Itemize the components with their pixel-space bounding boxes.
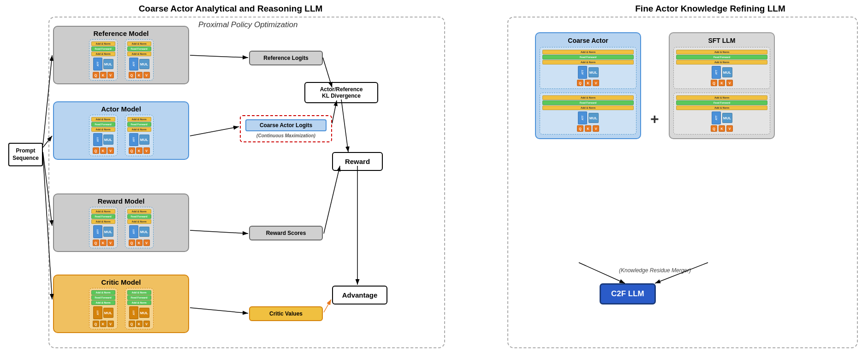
reward-trans-unit-1: Add & Norm Feed Forward Add & Norm ATT M… [89,207,118,248]
continuous-max-label: (Continuous Maximization) [245,133,327,138]
reward-transformer-row: Add & Norm Feed Forward Add & Norm ATT M… [58,207,184,248]
plus-sign: + [650,111,659,128]
att-2: ATT [129,58,138,70]
reference-trans-unit-1: Add & Norm Feed Forward Add & Norm ATT M… [89,39,118,81]
knowledge-residue-label: (Knowledge Residue Merger) [563,267,747,274]
coarse-actor-logits-box: Coarse Actor Logits (Continuous Maximiza… [240,115,332,142]
reference-trans-unit-2: Add & Norm Feed Forward Add & Norm ATT M… [125,39,154,81]
k-2: K [136,72,143,78]
v-2: V [143,72,150,78]
coarse-actor-fine-box: Coarse Actor Add & Norm Feed Forward Add… [535,32,641,139]
actor-model-title: Actor Model [58,105,184,113]
mul-1: MUL [103,59,113,69]
reward-model-block: Reward Model Add & Norm Feed Forward Add… [53,193,189,252]
coarse-actor-stacks: Add & Norm Feed Forward Add & Norm ATT M… [540,47,636,135]
reward-model-title: Reward Model [58,197,184,205]
c2f-llm-box: C2F LLM [600,283,656,304]
page-wrapper: Coarse Actor Analytical and Reasoning LL… [0,0,868,363]
q-2: Q [129,72,135,78]
feed-fwd-2: Feed Forward [127,47,151,51]
mul-2: MUL [139,59,149,69]
critic-trans-unit-2: Add & Norm Feed Forward Add & Norm ATT M… [125,288,154,329]
k-1: K [100,72,107,78]
v-1: V [107,72,114,78]
actor-transformer-row: Add & Norm Feed Forward Add & Norm ATT M… [58,115,184,156]
coarse-fine-stack-1: Add & Norm Feed Forward Add & Norm ATT M… [540,47,636,89]
feed-fwd-1: Feed Forward [91,47,115,51]
critic-model-block: Critic Model Add & Norm Feed Forward Add… [53,275,189,333]
sft-llm-title: SFT LLM [673,37,770,44]
left-section-title: Coarse Actor Analytical and Reasoning LL… [92,4,369,14]
reference-logits-box: Reference Logits [249,51,323,65]
sft-stack-1: Add & Norm Feed Forward Add & Norm ATT M… [673,47,770,89]
actor-trans-unit-2: Add & Norm Feed Forward Add & Norm ATT M… [125,115,154,156]
add-norm-4: Add & Norm [127,52,151,56]
att-1: ATT [93,58,102,70]
reference-transformer-row: Add & Norm Feed Forward Add & Norm ATT M… [58,39,184,81]
reference-model-block: Reference Model Add & Norm Feed Forward … [53,26,189,84]
right-section-title: Fine Actor Knowledge Refining LLM [590,4,830,14]
sft-stack-2: Add & Norm Feed Forward Add & Norm ATT M… [673,93,770,135]
coarse-logits-inner: Coarse Actor Logits (Continuous Maximiza… [245,119,327,138]
critic-transformer-row: Add & Norm Feed Forward Add & Norm ATT M… [58,288,184,329]
add-norm-3: Add & Norm [127,41,151,46]
prompt-sequence-box: Prompt Sequence [8,143,43,166]
add-norm-2: Add & Norm [91,52,115,56]
sft-llm-box: SFT LLM Add & Norm Feed Forward Add & No… [669,32,775,139]
advantage-box: Advantage [332,286,387,304]
critic-model-title: Critic Model [58,278,184,286]
reward-trans-unit-2: Add & Norm Feed Forward Add & Norm ATT M… [125,207,154,248]
critic-trans-unit-1: Add & Norm Feed Forward Add & Norm ATT M… [89,288,118,329]
add-norm-1: Add & Norm [91,41,115,46]
actor-trans-unit-1: Add & Norm Feed Forward Add & Norm ATT M… [89,115,118,156]
coarse-logits-label: Coarse Actor Logits [245,119,327,131]
sft-stacks: Add & Norm Feed Forward Add & Norm ATT M… [673,47,770,135]
coarse-actor-fine-title: Coarse Actor [540,37,636,44]
ppo-label: Proximal Policy Optimization [198,20,297,29]
critic-values-box: Critic Values [249,306,323,321]
reward-box: Reward [332,152,383,171]
reward-scores-box: Reward Scores [249,226,323,240]
coarse-fine-stack-2: Add & Norm Feed Forward Add & Norm ATT M… [540,93,636,135]
q-1: Q [93,72,99,78]
reference-model-title: Reference Model [58,29,184,37]
kl-divergence-box: Actor/Reference KL Divergence [304,82,378,103]
actor-model-block: Actor Model Add & Norm Feed Forward Add … [53,101,189,160]
